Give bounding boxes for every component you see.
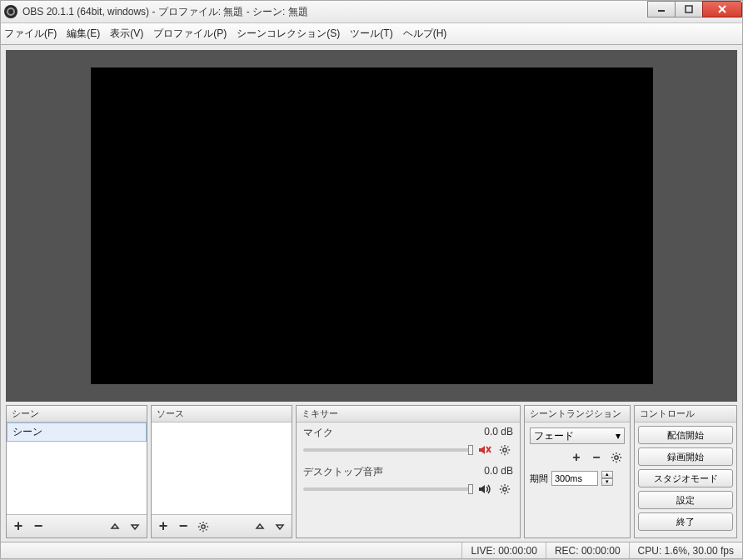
svg-rect-1 <box>686 6 692 12</box>
menu-help[interactable]: ヘルプ(H) <box>403 27 447 41</box>
mixer-channel-name: マイク <box>303 426 333 440</box>
svg-point-7 <box>503 448 506 452</box>
svg-point-9 <box>615 456 618 459</box>
panels-row: シーン シーン + − ソース + − <box>1 405 742 542</box>
exit-button[interactable]: 終了 <box>638 512 733 531</box>
mixer-settings-button[interactable] <box>496 442 513 458</box>
transition-settings-button[interactable] <box>608 449 625 466</box>
controls-panel: コントロール 配信開始 録画開始 スタジオモード 設定 終了 <box>634 405 737 538</box>
add-scene-button[interactable]: + <box>10 518 27 535</box>
source-settings-button[interactable] <box>195 518 212 535</box>
menu-tools[interactable]: ツール(T) <box>350 27 392 41</box>
studio-mode-button[interactable]: スタジオモード <box>638 469 733 488</box>
mixer-volume-slider[interactable] <box>303 448 473 452</box>
scenes-panel: シーン シーン + − <box>6 405 147 538</box>
duration-input[interactable] <box>551 471 598 486</box>
preview-canvas[interactable] <box>91 68 653 384</box>
mute-icon[interactable] <box>476 442 493 458</box>
scene-down-button[interactable] <box>127 518 143 535</box>
maximize-button[interactable] <box>675 1 703 18</box>
transition-selected-label: フェード <box>534 429 574 443</box>
scenes-list[interactable]: シーン <box>7 422 147 514</box>
menu-view[interactable]: 表示(V) <box>110 27 143 41</box>
app-body: シーン シーン + − ソース + − <box>0 45 743 542</box>
status-rec: REC: 00:00:00 <box>546 542 629 558</box>
statusbar: LIVE: 00:00:00 REC: 00:00:00 CPU: 1.6%, … <box>0 542 743 559</box>
scene-up-button[interactable] <box>107 518 123 535</box>
mixer-volume-slider[interactable] <box>303 488 473 491</box>
duration-spinner[interactable]: ▴▾ <box>601 471 613 486</box>
titlebar: OBS 20.1.1 (64bit, windows) - プロファイル: 無題… <box>0 0 743 23</box>
transitions-panel: シーントランジション フェード ▾ + − 期間 ▴▾ <box>524 405 631 538</box>
remove-transition-button[interactable]: − <box>588 449 605 466</box>
preview-area <box>6 50 737 402</box>
svg-point-8 <box>503 488 506 491</box>
svg-point-4 <box>202 524 205 528</box>
status-live: LIVE: 00:00:00 <box>461 542 545 558</box>
settings-button[interactable]: 設定 <box>638 491 733 509</box>
sources-list[interactable] <box>152 422 292 514</box>
controls-panel-title: コントロール <box>635 406 736 422</box>
transitions-panel-title: シーントランジション <box>525 406 630 422</box>
remove-scene-button[interactable]: − <box>30 518 47 535</box>
menu-scene-collection[interactable]: シーンコレクション(S) <box>237 27 340 41</box>
chevron-down-icon: ▾ <box>616 430 621 442</box>
transition-select[interactable]: フェード ▾ <box>530 428 625 444</box>
mixer-channel-mic: マイク 0.0 dB <box>297 422 520 462</box>
start-stream-button[interactable]: 配信開始 <box>638 426 733 444</box>
minimize-button[interactable] <box>647 1 676 18</box>
add-transition-button[interactable]: + <box>568 449 585 466</box>
mixer-panel: ミキサー マイク 0.0 dB デスクトップ音声 <box>296 405 521 538</box>
sources-panel: ソース + − <box>151 405 292 538</box>
remove-source-button[interactable]: − <box>175 518 192 535</box>
mixer-channel-level: 0.0 dB <box>484 465 513 479</box>
mixer-channel-level: 0.0 dB <box>484 426 513 440</box>
sources-panel-title: ソース <box>152 406 292 422</box>
window-title: OBS 20.1.1 (64bit, windows) - プロファイル: 無題… <box>22 5 308 19</box>
start-record-button[interactable]: 録画開始 <box>638 448 733 466</box>
scene-item[interactable]: シーン <box>7 422 147 442</box>
status-cpu: CPU: 1.6%, 30.00 fps <box>629 542 742 558</box>
mixer-panel-title: ミキサー <box>297 406 520 422</box>
app-icon <box>4 5 17 18</box>
mixer-settings-button[interactable] <box>496 481 513 498</box>
duration-label: 期間 <box>530 472 548 485</box>
scenes-panel-title: シーン <box>7 406 147 422</box>
mixer-channel-desktop: デスクトップ音声 0.0 dB <box>297 462 520 501</box>
window-buttons <box>648 1 742 18</box>
speaker-icon[interactable] <box>476 481 493 498</box>
menu-profile[interactable]: プロファイル(P) <box>153 27 227 41</box>
add-source-button[interactable]: + <box>155 518 172 535</box>
menu-edit[interactable]: 編集(E) <box>67 27 100 41</box>
source-up-button[interactable] <box>252 518 268 535</box>
menubar: ファイル(F) 編集(E) 表示(V) プロファイル(P) シーンコレクション(… <box>0 23 743 45</box>
close-button[interactable] <box>702 1 742 18</box>
source-down-button[interactable] <box>272 518 288 535</box>
mixer-channel-name: デスクトップ音声 <box>303 465 383 479</box>
menu-file[interactable]: ファイル(F) <box>4 27 57 41</box>
